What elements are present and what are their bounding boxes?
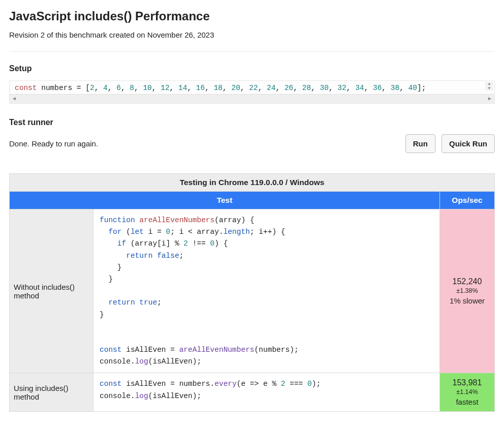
test-name-cell: Without includes() method xyxy=(10,209,93,373)
table-row: Without includes() methodfunction areAll… xyxy=(10,209,495,373)
ops-cell: 152,240±1.38%1% slower xyxy=(439,209,494,373)
ops-cell: 153,981±1.14%fastest xyxy=(439,373,494,412)
quick-run-button[interactable]: Quick Run xyxy=(442,134,495,153)
run-button[interactable]: Run xyxy=(405,134,435,153)
horizontal-scrollbar[interactable]: ◄ ► xyxy=(10,94,494,103)
runner-status: Done. Ready to run again. xyxy=(9,139,98,148)
revision-meta: Revision 2 of this benchmark created on … xyxy=(9,31,495,39)
table-caption: Testing in Chrome 119.0.0.0 / Windows xyxy=(10,174,495,192)
scroll-right-icon[interactable]: ► xyxy=(487,96,492,101)
test-code-cell: function areAllEvenNumbers(array) { for … xyxy=(93,209,440,373)
table-row: Using includes() methodconst isAllEven =… xyxy=(10,373,495,412)
scroll-left-icon[interactable]: ◄ xyxy=(12,96,17,101)
setup-code-box: ▲▼ const numbers = [2, 4, 6, 8, 10, 12, … xyxy=(9,80,495,104)
col-ops-header: Ops/sec xyxy=(439,192,494,209)
test-code-cell: const isAllEven = numbers.every(e => e %… xyxy=(93,373,440,412)
section-runner-heading: Test runner xyxy=(9,118,495,127)
col-test-header: Test xyxy=(10,192,440,209)
divider xyxy=(9,51,495,52)
results-table: Testing in Chrome 119.0.0.0 / Windows Te… xyxy=(9,173,495,412)
test-name-cell: Using includes() method xyxy=(10,373,93,412)
section-setup-heading: Setup xyxy=(9,64,495,73)
page-title: JavaScript includes() Performance xyxy=(9,9,495,23)
spinner-control[interactable]: ▲▼ xyxy=(485,82,493,91)
setup-code: const numbers = [2, 4, 6, 8, 10, 12, 14,… xyxy=(15,84,489,93)
